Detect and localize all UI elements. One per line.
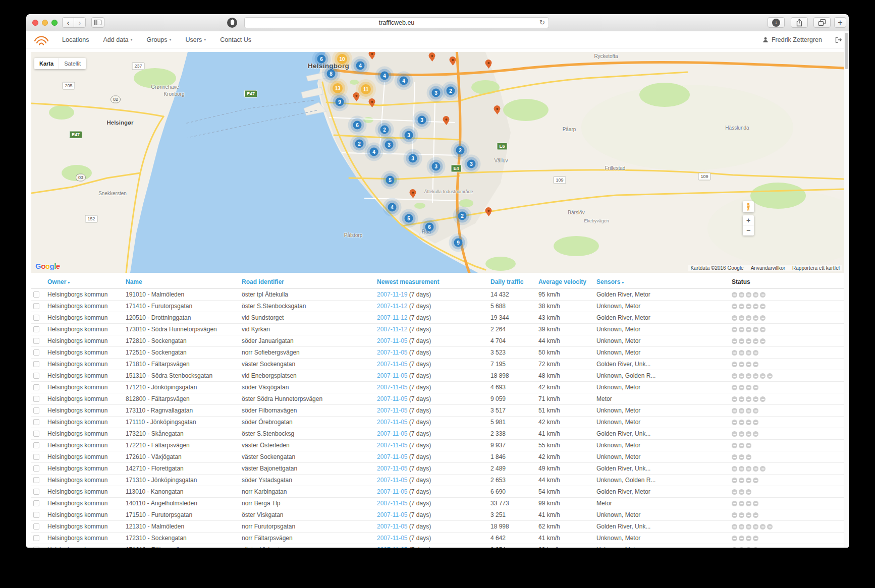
measurement-date-link[interactable]: 2007-11-05 [377, 361, 408, 368]
row-checkbox[interactable] [33, 361, 39, 367]
map-cluster-marker[interactable]: 11 [361, 84, 371, 94]
share-button[interactable] [791, 17, 808, 28]
column-header-average-velocity[interactable]: Average velocity [536, 276, 594, 289]
zoom-out-button[interactable]: − [743, 225, 754, 236]
row-checkbox[interactable] [33, 442, 39, 448]
map-cluster-marker[interactable]: 6 [353, 121, 362, 130]
measurement-date-link[interactable]: 2007-11-05 [377, 465, 408, 472]
measurement-date-link[interactable]: 2007-11-19 [377, 291, 408, 298]
map-cluster-marker[interactable]: 4 [400, 77, 408, 85]
measurement-date-link[interactable]: 2007-11-12 [377, 303, 408, 310]
back-button[interactable]: ‹ [62, 17, 74, 28]
map-cluster-marker[interactable]: 2 [447, 87, 455, 95]
report-error-link[interactable]: Rapportera ett kartfel [792, 265, 840, 271]
map-cluster-marker[interactable]: 10 [337, 54, 347, 64]
minimize-window-button[interactable] [42, 20, 48, 26]
column-header-daily-traffic[interactable]: Daily traffic [488, 276, 536, 289]
row-checkbox[interactable] [33, 384, 39, 390]
sidebar-button[interactable] [91, 17, 104, 28]
row-checkbox[interactable] [33, 315, 39, 321]
map[interactable]: Karta Satellit + − Google Kartdata ©2016… [31, 52, 844, 273]
measurement-date-link[interactable]: 2007-11-05 [377, 430, 408, 437]
row-checkbox[interactable] [33, 547, 39, 548]
column-header-name[interactable]: Name [124, 276, 240, 289]
row-checkbox[interactable] [33, 407, 39, 414]
measurement-date-link[interactable]: 2007-11-05 [377, 488, 408, 495]
row-checkbox[interactable] [33, 489, 39, 495]
scrollbar[interactable] [844, 31, 849, 548]
row-checkbox[interactable] [33, 326, 39, 332]
measurement-date-link[interactable]: 2007-11-05 [377, 477, 408, 484]
map-cluster-marker[interactable]: 3 [405, 131, 413, 140]
row-checkbox[interactable] [33, 523, 39, 530]
measurement-date-link[interactable]: 2007-11-05 [377, 372, 408, 379]
measurement-date-link[interactable]: 2007-11-05 [377, 407, 408, 414]
nav-item-contact-us[interactable]: Contact Us [220, 36, 251, 43]
map-cluster-marker[interactable]: 3 [432, 89, 441, 97]
map-type-satellit-button[interactable]: Satellit [59, 58, 86, 69]
column-header-sensors[interactable]: Sensors▾ [594, 276, 730, 289]
map-pin-marker[interactable] [353, 92, 360, 99]
row-checkbox[interactable] [33, 396, 39, 402]
user-menu[interactable]: Fredrik Zettergren [762, 36, 842, 43]
measurement-date-link[interactable]: 2007-11-05 [377, 511, 408, 518]
map-type-karta-button[interactable]: Karta [34, 58, 59, 69]
row-checkbox[interactable] [33, 431, 39, 437]
map-cluster-marker[interactable]: 5 [386, 176, 395, 185]
map-cluster-marker[interactable]: 2 [355, 140, 364, 148]
google-logo[interactable]: Google [35, 262, 60, 270]
fullscreen-window-button[interactable] [51, 20, 58, 26]
measurement-date-link[interactable]: 2007-11-12 [377, 326, 408, 333]
content-blocker-button[interactable] [227, 17, 238, 28]
column-header-newest-measurement[interactable]: Newest measurement [375, 276, 488, 289]
map-cluster-marker[interactable]: 13 [333, 83, 343, 93]
measurement-date-link[interactable]: 2007-11-05 [377, 453, 408, 460]
map-cluster-marker[interactable]: 4 [388, 203, 397, 212]
map-cluster-marker[interactable]: 3 [409, 154, 417, 163]
measurement-date-link[interactable]: 2007-11-05 [377, 337, 408, 344]
row-checkbox[interactable] [33, 338, 39, 344]
map-cluster-marker[interactable]: 3 [432, 162, 441, 171]
map-cluster-marker[interactable]: 6 [317, 55, 326, 64]
tabs-overview-button[interactable] [813, 17, 831, 28]
row-checkbox[interactable] [33, 291, 39, 298]
map-pin-marker[interactable] [494, 105, 501, 112]
measurement-date-link[interactable]: 2007-11-05 [377, 395, 408, 402]
measurement-date-link[interactable]: 2007-11-05 [377, 523, 408, 530]
map-cluster-marker[interactable]: 2 [456, 146, 465, 155]
scrollbar-thumb[interactable] [845, 33, 848, 69]
map-pin-marker[interactable] [485, 207, 492, 214]
map-cluster-marker[interactable]: 3 [385, 141, 394, 149]
map-cluster-marker[interactable]: 9 [336, 98, 344, 106]
map-pin-marker[interactable] [450, 56, 456, 63]
downloads-button[interactable]: ↓ [768, 17, 785, 28]
forward-button[interactable]: › [74, 17, 86, 28]
site-logo[interactable] [33, 33, 50, 46]
nav-item-add-data[interactable]: Add data▾ [103, 36, 133, 43]
row-checkbox[interactable] [33, 500, 39, 506]
measurement-date-link[interactable]: 2007-11-05 [377, 384, 408, 391]
row-checkbox[interactable] [33, 477, 39, 483]
reload-icon[interactable]: ↻ [539, 19, 545, 26]
logout-icon[interactable] [835, 37, 842, 43]
map-cluster-marker[interactable]: 2 [380, 126, 389, 134]
measurement-date-link[interactable]: 2007-11-05 [377, 442, 408, 449]
map-pin-marker[interactable] [485, 60, 492, 66]
row-checkbox[interactable] [33, 419, 39, 425]
pegman-control[interactable] [743, 201, 754, 212]
row-checkbox[interactable] [33, 454, 39, 460]
row-checkbox[interactable] [33, 535, 39, 541]
map-pin-marker[interactable] [443, 116, 450, 123]
map-pin-marker[interactable] [410, 189, 416, 196]
measurement-date-link[interactable]: 2007-11-05 [377, 535, 408, 542]
map-cluster-marker[interactable]: 9 [454, 239, 463, 247]
column-header-road-identifier[interactable]: Road identifier [240, 276, 375, 289]
row-checkbox[interactable] [33, 512, 39, 518]
nav-item-locations[interactable]: Locations [62, 36, 89, 43]
map-pin-marker[interactable] [429, 52, 435, 59]
row-checkbox[interactable] [33, 303, 39, 309]
map-cluster-marker[interactable]: 6 [425, 223, 434, 231]
measurement-date-link[interactable]: 2007-11-05 [377, 349, 408, 356]
terms-link[interactable]: Användarvillkor [751, 265, 785, 271]
url-field[interactable]: trafficweb.eu ↻ [244, 17, 549, 28]
